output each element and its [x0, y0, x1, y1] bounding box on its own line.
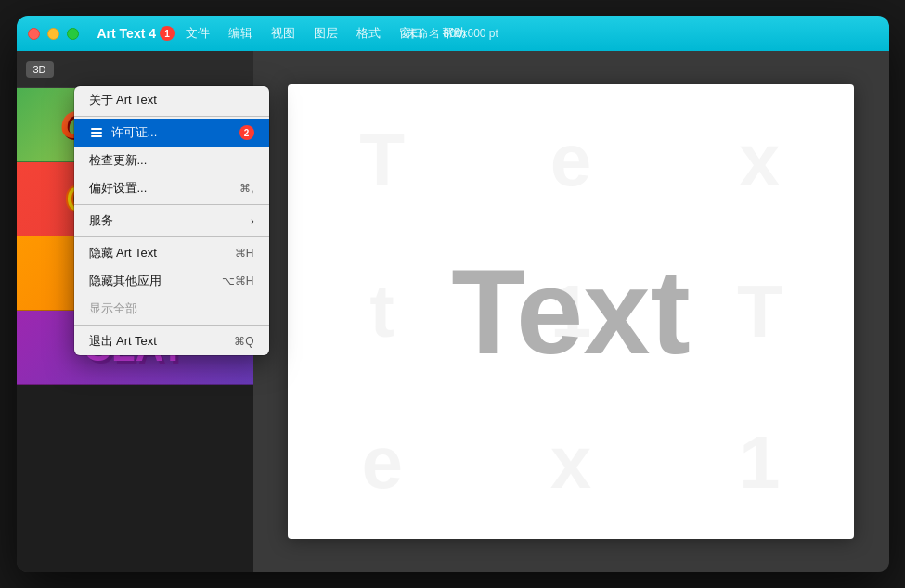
- menu-view[interactable]: 视图: [271, 25, 295, 42]
- menu-show-all[interactable]: 显示全部: [74, 295, 269, 323]
- icon-line-3: [91, 135, 102, 137]
- menu-about[interactable]: 关于 Art Text: [74, 86, 269, 114]
- menu-format[interactable]: 格式: [356, 25, 381, 42]
- menu-hide-arttext[interactable]: 隐藏 Art Text ⌘H: [74, 239, 269, 267]
- bg-cell-8: 1: [666, 388, 854, 539]
- hide-arttext-shortcut: ⌘H: [235, 247, 254, 260]
- menu-services[interactable]: 服务 ›: [74, 207, 269, 235]
- menu-edit[interactable]: 编辑: [228, 25, 252, 42]
- separator-1: [74, 116, 269, 117]
- menu-hide-arttext-label: 隐藏 Art Text: [89, 245, 157, 262]
- menu-hide-others-label: 隐藏其他应用: [89, 273, 162, 289]
- bg-cell-3: t: [288, 236, 476, 387]
- license-badge: 2: [239, 125, 254, 140]
- menu-preferences[interactable]: 偏好设置... ⌘,: [74, 174, 269, 202]
- menu-quit-label: 退出 Art Text: [89, 333, 157, 350]
- bg-cell-2: x: [666, 84, 854, 236]
- menu-license-left: 许可证...: [89, 124, 158, 141]
- menu-about-label: 关于 Art Text: [89, 92, 157, 109]
- license-icon: [89, 125, 104, 140]
- menu-file[interactable]: 文件: [186, 25, 210, 42]
- bg-cell-0: T: [288, 84, 476, 236]
- menu-preferences-label: 偏好设置...: [89, 180, 148, 197]
- dropdown-menu: 关于 Art Text 许可证... 2: [74, 86, 269, 355]
- icon-line-2: [91, 132, 102, 134]
- quit-shortcut: ⌘Q: [234, 335, 253, 348]
- separator-3: [74, 236, 269, 237]
- separator-2: [74, 204, 269, 205]
- sidebar-btn-3d[interactable]: 3D: [26, 61, 54, 78]
- canvas-area: T e x t 1 T e x 1 Text: [253, 51, 889, 572]
- canvas-main-text: Text: [451, 242, 691, 381]
- icon-line-1: [91, 128, 102, 130]
- bg-cell-6: e: [288, 388, 476, 539]
- menu-layer[interactable]: 图层: [314, 25, 338, 42]
- menu-check-update[interactable]: 检查更新...: [74, 147, 269, 174]
- minimize-button[interactable]: [47, 28, 59, 40]
- menu-license[interactable]: 许可证... 2: [74, 119, 269, 147]
- traffic-lights: [28, 28, 79, 40]
- hide-others-shortcut: ⌥⌘H: [222, 275, 254, 288]
- menu-show-all-label: 显示全部: [89, 300, 137, 317]
- submenu-arrow-icon: ›: [251, 216, 253, 226]
- canvas[interactable]: T e x t 1 T e x 1 Text: [288, 84, 854, 539]
- close-button[interactable]: [28, 28, 40, 40]
- menu-quit[interactable]: 退出 Art Text ⌘Q: [74, 327, 269, 355]
- menu-license-label: 许可证...: [111, 124, 158, 141]
- separator-4: [74, 325, 269, 326]
- bg-cell-5: T: [666, 236, 854, 387]
- menu-check-update-label: 检查更新...: [89, 152, 148, 169]
- bg-cell-7: x: [476, 388, 665, 539]
- sidebar-toolbar: 3D: [17, 51, 253, 88]
- maximize-button[interactable]: [67, 28, 79, 40]
- app-name[interactable]: Art Text 4: [97, 26, 157, 41]
- lines-icon: [91, 128, 102, 137]
- menu-hide-others[interactable]: 隐藏其他应用 ⌥⌘H: [74, 267, 269, 295]
- preferences-shortcut: ⌘,: [239, 182, 253, 195]
- window-title: 未命名 800x600 pt: [407, 26, 498, 42]
- bg-cell-1: e: [476, 84, 665, 236]
- title-bar: Art Text 4 1 文件 编辑 视图 图层 格式 窗口 帮助 未命名 80…: [17, 16, 889, 51]
- app-window: Art Text 4 1 文件 编辑 视图 图层 格式 窗口 帮助 未命名 80…: [17, 16, 889, 572]
- app-badge: 1: [160, 26, 175, 41]
- menu-services-label: 服务: [89, 212, 113, 229]
- main-area: 3D Cartoon Cheese Choco CLAY: [17, 51, 889, 572]
